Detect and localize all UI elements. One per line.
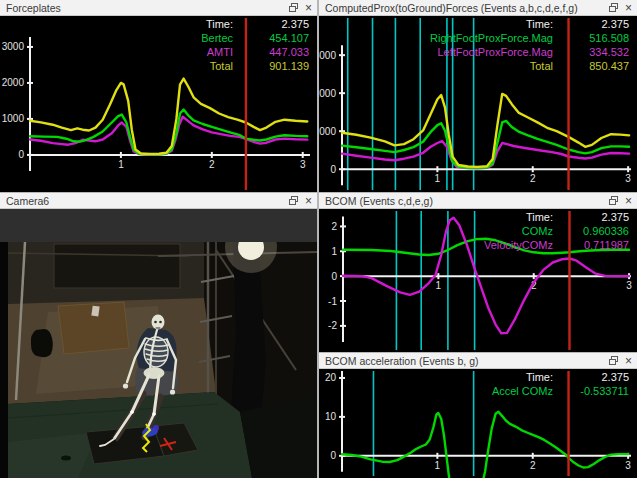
- series-Bertec: [30, 110, 307, 155]
- legend-label: AMTI: [207, 46, 233, 58]
- legend-label: Accel COMz: [492, 385, 553, 397]
- legend-value: -0.533711: [553, 385, 629, 397]
- x-tick-label: 2: [530, 173, 536, 184]
- panel-forceplates: Forceplates × 0100020003000123 Time:2.37…: [0, 0, 317, 192]
- legend-label: Total: [210, 60, 233, 72]
- series-RightFootProxForce.Mag: [342, 121, 629, 168]
- legend-row: Accel COMz-0.533711: [492, 385, 629, 399]
- x-tick-label: 3: [625, 460, 631, 471]
- panel-titlebar[interactable]: ComputedProx(toGround)Forces (Events a,b…: [319, 0, 637, 16]
- legend-row: Total850.437: [430, 60, 629, 74]
- legend-row: Bertec454.107: [201, 32, 309, 46]
- close-icon[interactable]: ×: [625, 3, 632, 13]
- legend-value: 2.375: [553, 371, 629, 383]
- x-tick-label: 1: [435, 460, 441, 471]
- panel-title: Forceplates: [6, 2, 289, 14]
- legend-value: 516.508: [553, 32, 629, 44]
- chart-legend: Time:2.375Bertec454.107AMTI447.033Total9…: [201, 18, 309, 74]
- chart-legend: Time:2.375COMz0.960336VelocityCOMz0.7119…: [484, 211, 629, 253]
- legend-label: COMz: [522, 225, 553, 237]
- series-Accel COMz: [342, 412, 628, 478]
- panel-titlebar[interactable]: BCOM acceleration (Events b, g) ×: [319, 353, 637, 369]
- x-tick-label: 2: [209, 159, 215, 170]
- y-tick-label: 3000: [2, 41, 25, 52]
- y-tick-label: 2: [331, 221, 337, 232]
- y-tick-label: -1: [328, 296, 337, 307]
- legend-label: Bertec: [201, 32, 233, 44]
- y-tick-label: 0: [18, 149, 24, 160]
- legend-label: Time:: [526, 18, 553, 30]
- panel-titlebar[interactable]: BCOM (Events c,d,e,g) ×: [319, 193, 637, 209]
- y-tick-label: 0: [331, 271, 337, 282]
- legend-value: 0.711987: [553, 239, 629, 251]
- legend-row: RightFootProxForce.Mag516.508: [430, 32, 629, 46]
- x-tick-label: 3: [625, 173, 631, 184]
- legend-value: 454.107: [233, 32, 309, 44]
- panel-titlebar[interactable]: Camera6 ×: [0, 193, 317, 209]
- legend-value: 334.532: [553, 46, 629, 58]
- legend-row: AMTI447.033: [201, 46, 309, 60]
- y-tick-label: 2000: [319, 88, 336, 99]
- x-tick-label: 2: [530, 460, 536, 471]
- y-tick-label: -2: [328, 320, 337, 331]
- float-window-icon[interactable]: [289, 3, 298, 12]
- marker-blue: [153, 425, 159, 431]
- y-tick-label: 1000: [319, 126, 336, 137]
- panel-computed-forces: ComputedProx(toGround)Forces (Events a,b…: [319, 0, 637, 192]
- x-tick-label: 1: [118, 159, 124, 170]
- legend-value: 850.437: [553, 60, 629, 72]
- panel-title: Camera6: [6, 195, 289, 207]
- legend-label: LeftFootProxForce.Mag: [437, 46, 553, 58]
- float-window-icon[interactable]: [609, 356, 618, 365]
- legend-value: 2.375: [553, 211, 629, 223]
- analysis-workspace: Forceplates × 0100020003000123 Time:2.37…: [0, 0, 637, 478]
- legend-row: Time:2.375: [492, 371, 629, 385]
- y-tick-label: 20: [325, 372, 337, 383]
- x-tick-label: 3: [626, 280, 632, 291]
- panel-camera: Camera6 ×: [0, 193, 317, 478]
- legend-row: VelocityCOMz0.711987: [484, 239, 629, 253]
- panel-bcom: BCOM (Events c,d,e,g) × -2-1012123 Time:…: [319, 193, 637, 352]
- y-tick-label: 1: [331, 246, 337, 257]
- y-tick-label: 1000: [2, 113, 25, 124]
- panel-titlebar[interactable]: Forceplates ×: [0, 0, 317, 16]
- legend-row: Total901.139: [201, 60, 309, 74]
- legend-value: 2.375: [233, 18, 309, 30]
- legend-value: 901.139: [233, 60, 309, 72]
- video-letterbox: [0, 209, 317, 242]
- close-icon[interactable]: ×: [625, 196, 632, 206]
- x-tick-label: 1: [436, 280, 442, 291]
- legend-value: 0.960336: [553, 225, 629, 237]
- y-tick-label: 2000: [2, 77, 25, 88]
- legend-row: Time:2.375: [201, 18, 309, 32]
- series-Total: [342, 94, 629, 167]
- float-window-icon[interactable]: [609, 196, 618, 205]
- chart-legend: Time:2.375RightFootProxForce.Mag516.508L…: [430, 18, 629, 74]
- close-icon[interactable]: ×: [305, 196, 312, 206]
- legend-label: Time:: [526, 371, 553, 383]
- y-tick-label: 0: [330, 164, 336, 175]
- x-tick-label: 3: [300, 159, 306, 170]
- legend-row: LeftFootProxForce.Mag334.532: [430, 46, 629, 60]
- legend-label: Time:: [206, 18, 233, 30]
- close-icon[interactable]: ×: [625, 356, 632, 366]
- y-tick-label: 10: [325, 411, 337, 422]
- legend-label: RightFootProxForce.Mag: [430, 32, 553, 44]
- legend-row: COMz0.960336: [484, 225, 629, 239]
- float-window-icon[interactable]: [289, 196, 298, 205]
- legend-value: 2.375: [553, 18, 629, 30]
- panel-title: BCOM acceleration (Events b, g): [325, 355, 609, 367]
- legend-label: Time:: [526, 211, 553, 223]
- legend-value: 447.033: [233, 46, 309, 58]
- legend-row: Time:2.375: [430, 18, 629, 32]
- video-letterbox-left: [0, 242, 8, 478]
- y-tick-label: 3000: [319, 50, 336, 61]
- camera-video-frame[interactable]: [8, 242, 317, 478]
- float-window-icon[interactable]: [609, 3, 618, 12]
- series-LeftFootProxForce.Mag: [342, 141, 629, 168]
- panel-title: ComputedProx(toGround)Forces (Events a,b…: [325, 2, 609, 14]
- legend-label: Total: [530, 60, 553, 72]
- x-tick-label: 1: [435, 173, 441, 184]
- chart-legend: Time:2.375Accel COMz-0.533711: [492, 371, 629, 399]
- close-icon[interactable]: ×: [305, 3, 312, 13]
